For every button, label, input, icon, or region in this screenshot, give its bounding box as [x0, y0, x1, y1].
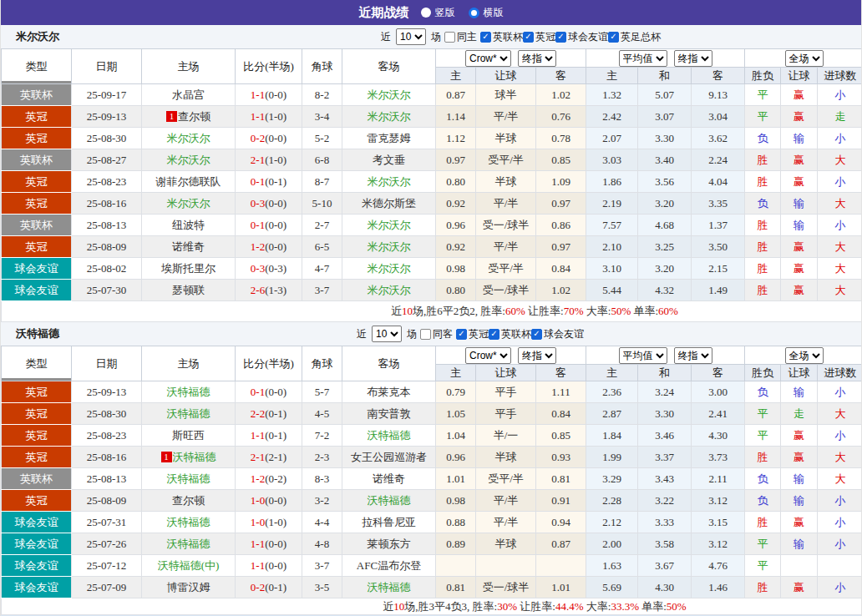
table-row: 英冠 25-08-16 米尔沃尔 0-3(0-0) 5-10 米德尔斯堡 0.9…	[2, 193, 862, 215]
title-bar: 近期战绩 竖版 横版	[1, 0, 861, 25]
subcol-odds-away: 客	[536, 68, 586, 84]
league-filter-checkbox[interactable]: ✓英冠	[456, 327, 489, 341]
result-goals: 小	[818, 171, 862, 193]
final-index-select[interactable]: 终指	[518, 50, 556, 67]
league-filter-checkbox[interactable]: ✓英联杯	[489, 327, 531, 341]
league-badge: 球会友谊	[2, 258, 72, 280]
rank-badge: 1	[161, 452, 172, 462]
odds-home: 0.96	[436, 215, 476, 236]
avg-home: 2.00	[586, 533, 638, 555]
col-header-corner[interactable]: 角球	[302, 346, 342, 381]
col-header-score[interactable]: 比分(半场)	[236, 49, 302, 84]
home-team: 纽波特	[142, 215, 236, 236]
avg-draw: 4.68	[638, 215, 692, 236]
result-goals: 大	[818, 468, 862, 490]
watford-matches-table: 类型 日期 主场 比分(半场) 角球 客场 Crow*终指 平均值终指 全场 主…	[1, 346, 862, 615]
avg-home: 2.07	[586, 128, 638, 149]
checkbox-checked-icon: ✓	[531, 329, 542, 340]
league-filter-checkbox[interactable]: ✓英足总杯	[608, 30, 661, 44]
corner-score: 2-7	[302, 215, 342, 236]
avg-home: 2.19	[586, 193, 638, 215]
avg-home: 3.03	[586, 149, 638, 171]
recent-count-select[interactable]: 10	[396, 28, 426, 45]
col-header-date[interactable]: 日期	[72, 49, 142, 84]
avg-draw: 3.67	[638, 555, 692, 577]
millwall-matches-table: 类型 日期 主场 比分(半场) 角球 客场 Crow*终指 平均值终指 全场 主…	[1, 48, 862, 322]
league-filter-label: 英冠	[535, 30, 555, 44]
avg-draw: 3.30	[638, 128, 692, 149]
odds-home: 0.92	[436, 193, 476, 215]
odds-away: 0.85	[536, 425, 586, 447]
final-index-select-2[interactable]: 终指	[674, 50, 712, 67]
league-filter-checkbox[interactable]: ✓英冠	[523, 30, 555, 44]
result-goals: 小	[818, 215, 862, 236]
result-handicap: 输	[781, 128, 818, 149]
league-badge: 英冠	[2, 425, 72, 447]
home-team: 沃特福德(中)	[142, 555, 236, 577]
odds-source-select[interactable]: Crow*	[465, 50, 511, 67]
odds-home: 1.05	[436, 403, 476, 425]
same-venue-checkbox[interactable]: 同客	[420, 327, 453, 341]
recent-count-select[interactable]: 10	[372, 326, 402, 342]
league-filter-checkbox[interactable]: ✓球会友谊	[555, 30, 608, 44]
radio-vertical-layout[interactable]: 竖版	[421, 6, 455, 20]
col-header-type[interactable]: 类型	[2, 346, 72, 381]
subcol-odds-home: 主	[436, 68, 476, 84]
odds-away: 0.81	[536, 468, 586, 490]
col-header-home[interactable]: 主场	[142, 346, 236, 381]
home-team: 沃特福德	[142, 403, 236, 425]
avg-away: 3.12	[692, 490, 745, 512]
col-header-away[interactable]: 客场	[342, 346, 436, 381]
odds-home: 0.92	[436, 236, 476, 258]
league-badge: 英联杯	[2, 84, 72, 106]
corner-score: 3-2	[302, 490, 342, 512]
away-team: 米尔沃尔	[342, 171, 436, 193]
col-header-away[interactable]: 客场	[342, 49, 436, 84]
result-wdl: 负	[745, 381, 781, 403]
odds-home: 0.80	[436, 171, 476, 193]
average-select[interactable]: 平均值	[619, 50, 667, 67]
result-handicap: 赢	[781, 171, 818, 193]
away-team: 沃特福德	[342, 425, 436, 447]
col-header-date[interactable]: 日期	[72, 346, 142, 381]
match-date: 25-08-16	[72, 193, 142, 215]
same-venue-checkbox[interactable]: 同主	[444, 30, 477, 44]
radio-horizontal-layout[interactable]: 横版	[469, 6, 504, 20]
away-team: 米德尔斯堡	[342, 193, 436, 215]
scope-select[interactable]: 全场	[785, 50, 824, 67]
away-team: 诺维奇	[342, 468, 436, 490]
result-goals: 小	[818, 490, 862, 512]
league-filter-checkbox[interactable]: ✓球会友谊	[531, 327, 584, 341]
odds-home: 1.14	[436, 106, 476, 128]
col-header-score[interactable]: 比分(半场)	[236, 346, 302, 381]
home-team: 1沃特福德	[142, 447, 236, 468]
col-header-home[interactable]: 主场	[142, 49, 236, 84]
odds-handicap: 平/半	[476, 193, 536, 215]
avg-away: 3.73	[692, 447, 745, 468]
final-index-select-2[interactable]: 终指	[674, 347, 712, 364]
avg-home: 1.84	[586, 425, 638, 447]
score: 2-1(1-0)	[236, 149, 302, 171]
average-select[interactable]: 平均值	[619, 347, 667, 364]
col-header-corner[interactable]: 角球	[302, 49, 342, 84]
odds-source-select[interactable]: Crow*	[465, 347, 511, 364]
final-index-select[interactable]: 终指	[518, 347, 556, 364]
home-team: 米尔沃尔	[142, 128, 236, 149]
subcol-avg-away: 客	[692, 365, 745, 381]
league-filter-group: ✓英冠✓英联杯✓球会友谊	[456, 327, 584, 341]
odds-away: 0.86	[536, 215, 586, 236]
radio-vertical-label: 竖版	[435, 6, 455, 20]
result-goals: 大	[818, 149, 862, 171]
layout-radio-group: 竖版 横版	[421, 6, 504, 20]
average-header: 平均值终指	[586, 49, 745, 68]
avg-away: 3.50	[692, 236, 745, 258]
result-wdl: 负	[745, 193, 781, 215]
col-header-type[interactable]: 类型	[2, 49, 72, 84]
subcol-avg-home: 主	[586, 365, 638, 381]
scope-select[interactable]: 全场	[785, 347, 824, 364]
table-row: 英联杯 25-09-17 水晶宫 1-1(0-0) 8-2 米尔沃尔 0.87 …	[2, 84, 862, 106]
league-filter-checkbox[interactable]: ✓英联杯	[480, 30, 523, 44]
away-team: 莱顿东方	[342, 533, 436, 555]
record-summary: 近10场,胜6平2负2, 胜率:60% 让胜率:70% 大率:50% 单率:60…	[2, 301, 862, 322]
radio-selected-icon	[469, 8, 479, 18]
